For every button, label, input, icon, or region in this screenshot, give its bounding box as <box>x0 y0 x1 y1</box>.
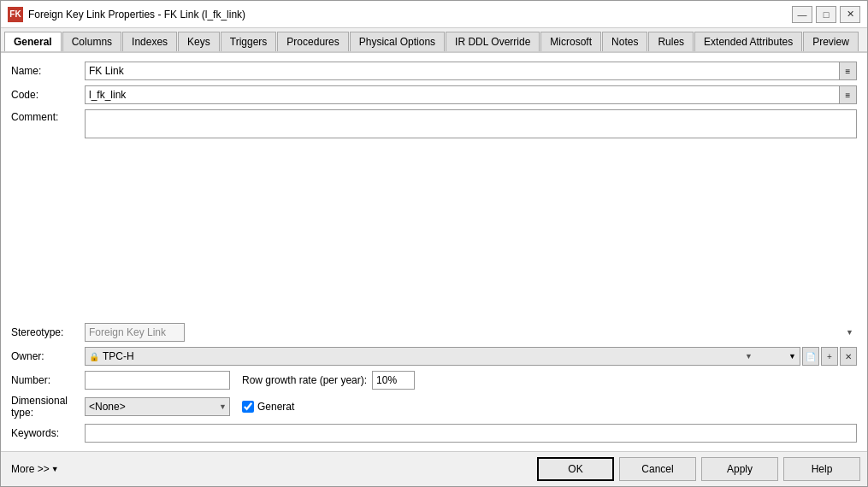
tab-physical-options[interactable]: Physical Options <box>350 32 445 51</box>
owner-row: Owner: 🔒 TPC-H ▼ 📄 + ✕ <box>11 347 857 366</box>
code-menu-button[interactable]: ≡ <box>840 85 857 104</box>
owner-select-wrap: 🔒 TPC-H ▼ <box>85 347 800 366</box>
code-input-wrap: ≡ <box>85 85 857 104</box>
tab-columns[interactable]: Columns <box>62 32 121 51</box>
tab-rules[interactable]: Rules <box>648 32 694 51</box>
help-button[interactable]: Help <box>783 457 860 481</box>
generat-checkbox[interactable] <box>242 401 254 413</box>
apply-button[interactable]: Apply <box>701 457 778 481</box>
tab-preview[interactable]: Preview <box>803 32 859 51</box>
owner-icon: 🔒 <box>89 352 99 361</box>
comment-label: Comment: <box>11 109 80 123</box>
tab-indexes[interactable]: Indexes <box>122 32 177 51</box>
minimize-button[interactable]: — <box>792 6 812 23</box>
generat-label: Generat <box>257 401 294 413</box>
name-input[interactable] <box>85 62 840 80</box>
owner-value: TPC-H <box>103 350 785 362</box>
name-input-wrap: ≡ <box>85 62 857 80</box>
main-window: FK Foreign Key Link Properties - FK Link… <box>0 0 868 487</box>
owner-delete-button[interactable]: ✕ <box>840 347 857 366</box>
keywords-label: Keywords: <box>11 427 80 439</box>
number-label: Number: <box>11 374 80 386</box>
tab-general[interactable]: General <box>4 32 62 53</box>
tab-keys[interactable]: Keys <box>178 32 220 51</box>
close-button[interactable]: ✕ <box>840 6 860 23</box>
window-title: Foreign Key Link Properties - FK Link (l… <box>28 9 792 21</box>
ok-button[interactable]: OK <box>537 457 614 481</box>
dimensional-select-wrap: <None> <box>85 397 230 416</box>
tab-ir-ddl-override[interactable]: IR DDL Override <box>446 32 540 51</box>
code-row: Code: ≡ <box>11 85 857 104</box>
bottom-bar: More >> ▼ OK Cancel Apply Help <box>1 451 867 486</box>
tab-microsoft[interactable]: Microsoft <box>540 32 601 51</box>
comment-row: Comment: <box>11 109 857 318</box>
chevron-down-icon: ▼ <box>788 352 796 361</box>
dimensional-select[interactable]: <None> <box>85 397 230 416</box>
maximize-button[interactable]: □ <box>816 6 836 23</box>
dimensional-type-label: Dimensional type: <box>11 395 80 419</box>
owner-new-button[interactable]: + <box>821 347 838 366</box>
generat-wrap: Generat <box>242 401 294 413</box>
more-label: More >> <box>11 463 50 475</box>
code-input[interactable] <box>85 85 840 104</box>
keywords-row: Keywords: <box>11 424 857 443</box>
tab-extended-attributes[interactable]: Extended Attributes <box>694 32 802 51</box>
dimensional-row: Dimensional type: <None> Generat <box>11 395 857 419</box>
more-button[interactable]: More >> ▼ <box>8 461 62 477</box>
window-controls: — □ ✕ <box>792 6 860 23</box>
owner-browse-button[interactable]: 📄 <box>802 347 819 366</box>
cancel-button[interactable]: Cancel <box>619 457 696 481</box>
name-label: Name: <box>11 65 80 77</box>
title-bar: FK Foreign Key Link Properties - FK Link… <box>1 1 867 28</box>
window-icon: FK <box>8 7 23 22</box>
tab-procedures[interactable]: Procedures <box>277 32 348 51</box>
tab-bar: General Columns Indexes Keys Triggers Pr… <box>1 28 867 53</box>
content-area: Name: ≡ Code: ≡ Comment: Stereotype: Fo <box>1 53 867 451</box>
more-icon: ▼ <box>51 465 59 473</box>
owner-label: Owner: <box>11 350 80 362</box>
number-input[interactable] <box>85 371 230 390</box>
tab-notes[interactable]: Notes <box>602 32 647 51</box>
stereotype-label: Stereotype: <box>11 326 80 338</box>
stereotype-select[interactable]: Foreign Key Link <box>85 323 185 342</box>
comment-textarea[interactable] <box>85 109 857 138</box>
stereotype-row: Stereotype: Foreign Key Link <box>11 323 857 342</box>
code-label: Code: <box>11 89 80 101</box>
tab-triggers[interactable]: Triggers <box>221 32 277 51</box>
growth-input[interactable] <box>372 371 415 390</box>
growth-label: Row growth rate (per year): <box>242 374 367 386</box>
name-row: Name: ≡ <box>11 62 857 80</box>
stereotype-select-wrap: Foreign Key Link <box>85 323 857 342</box>
number-row: Number: Row growth rate (per year): <box>11 371 857 390</box>
name-menu-button[interactable]: ≡ <box>840 62 857 80</box>
keywords-input[interactable] <box>85 424 857 443</box>
